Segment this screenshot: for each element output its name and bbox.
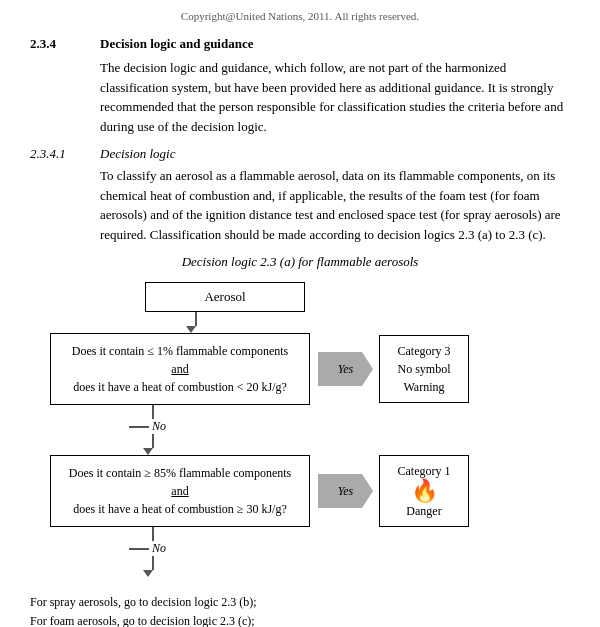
yes-arrow-1: Yes <box>318 352 373 386</box>
aerosol-box: Aerosol <box>145 282 305 312</box>
box1-line2: does it have a heat of combustion < 20 k… <box>73 380 287 394</box>
footer-line-1: For spray aerosols, go to decision logic… <box>30 593 570 612</box>
section-234-header: 2.3.4 Decision logic and guidance <box>30 36 570 52</box>
yes-chevron-2: Yes <box>318 474 373 508</box>
cat1-danger: Danger <box>390 502 458 520</box>
section-2341-header: 2.3.4.1 Decision logic <box>30 146 570 162</box>
section-234-body: The decision logic and guidance, which f… <box>100 58 570 136</box>
decision-box-1: Does it contain ≤ 1% flammable component… <box>50 333 310 405</box>
copyright-text: Copyright@United Nations, 2011. All righ… <box>30 10 570 22</box>
box2-underline: and <box>171 484 188 498</box>
section-2341-body: To classify an aerosol as a flammable ae… <box>100 166 570 244</box>
category-1-box: Category 1 🔥 Danger <box>379 455 469 527</box>
section-2341-num: 2.3.4.1 <box>30 146 100 162</box>
box1-line1: Does it contain ≤ 1% flammable component… <box>72 344 289 358</box>
flame-icon: 🔥 <box>390 480 458 502</box>
yes-arrow-2: Yes <box>318 474 373 508</box>
cat3-title: Category 3 <box>390 342 458 360</box>
section-2341-title: Decision logic <box>100 146 175 162</box>
section-234-title: Decision logic and guidance <box>100 36 254 52</box>
decision-row-1: Does it contain ≤ 1% flammable component… <box>50 333 570 405</box>
category-3-box: Category 3 No symbol Warning <box>379 335 469 403</box>
section-234-num: 2.3.4 <box>30 36 100 52</box>
box2-line1: Does it contain ≥ 85% flammable componen… <box>69 466 292 480</box>
cat3-line1: No symbol <box>390 360 458 378</box>
footer-line-2: For foam aerosols, go to decision logic … <box>30 612 570 627</box>
diagram-container: Aerosol Does it contain ≤ 1% flammable c… <box>50 282 570 583</box>
no-label-2: No <box>152 541 166 556</box>
diagram-title: Decision logic 2.3 (a) for flammable aer… <box>30 254 570 270</box>
no-label-1: No <box>152 419 166 434</box>
cat3-line2: Warning <box>390 378 458 396</box>
box2-line2: does it have a heat of combustion ≥ 30 k… <box>73 502 287 516</box>
decision-row-2: Does it contain ≥ 85% flammable componen… <box>50 455 570 527</box>
box1-underline: and <box>171 362 188 376</box>
footer-text: For spray aerosols, go to decision logic… <box>30 593 570 627</box>
decision-box-2: Does it contain ≥ 85% flammable componen… <box>50 455 310 527</box>
yes-chevron-1: Yes <box>318 352 373 386</box>
